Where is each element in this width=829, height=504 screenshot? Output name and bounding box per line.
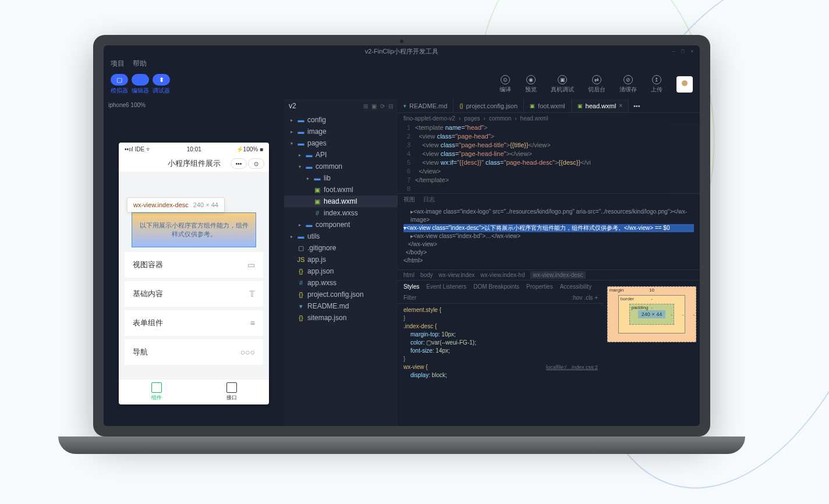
collapse-icon[interactable]: ⊟ [388, 103, 393, 109]
file-tree-item[interactable]: #index.wxss [284, 207, 398, 219]
toolbar-调试器-button[interactable]: ⬍ [153, 74, 170, 86]
file-tree-item[interactable]: ▸▬image [284, 126, 398, 137]
file-tree-item[interactable]: ▸▬utils [284, 230, 398, 242]
file-tree-item[interactable]: ▸▬lib [284, 172, 398, 184]
toolbar-上传-button[interactable]: ↥上传 [651, 75, 663, 94]
file-tree-item[interactable]: {}sitemap.json [284, 312, 398, 324]
file-tree-item[interactable]: {}project.config.json [284, 289, 398, 300]
file-tree-item[interactable]: ▾▬common [284, 161, 398, 172]
laptop-frame: v2-FinClip小程序开发工具 − □ × 项目 帮助 ▢模拟器编辑器⬍调试… [93, 35, 710, 454]
simulator-device-label: iphone6 100% [104, 99, 284, 111]
phone-tab[interactable]: 组件 [119, 379, 194, 404]
toolbar-预览-button[interactable]: ◉预览 [525, 75, 537, 94]
maximize-button[interactable]: □ [680, 48, 686, 54]
menu-help[interactable]: 帮助 [133, 59, 147, 69]
styles-tab[interactable]: Styles [403, 283, 419, 290]
simulator-panel: iphone6 100% ••ııl IDE ᯤ 10:01 ⚡100% ■ 小… [104, 99, 284, 426]
styles-tab[interactable]: Properties [526, 283, 553, 290]
phone-list-item[interactable]: 导航○○○ [125, 339, 263, 365]
editor-tab[interactable]: {}project.config.json [454, 99, 524, 112]
editor-tab[interactable]: ▣foot.wxml [524, 99, 571, 112]
new-folder-icon[interactable]: ▣ [371, 103, 377, 109]
minimize-button[interactable]: − [671, 48, 676, 54]
toolbar: ▢模拟器编辑器⬍调试器 ⊙编译◉预览▣真机调试⇄切后台⊘清缓存↥上传 [104, 70, 700, 99]
styles-tab[interactable]: Accessibility [560, 283, 591, 290]
inspect-tooltip: wx-view.index-desc 240 × 44 [127, 197, 225, 212]
phone-tab[interactable]: 接口 [194, 379, 269, 404]
file-tree-item[interactable]: JSapp.js [284, 254, 398, 265]
file-tree-item[interactable]: ▢.gitignore [284, 242, 398, 254]
editor-tab[interactable]: ▣head.wxml× [572, 99, 629, 112]
toolbar-模拟器-button[interactable]: ▢ [111, 74, 128, 86]
new-file-icon[interactable]: ⊞ [363, 103, 368, 109]
toolbar-编译-button[interactable]: ⊙编译 [499, 75, 511, 94]
devtools-panel: 视图 日志 ▸<wx-image class="index-logo" src=… [398, 193, 700, 426]
phone-nav-title: 小程序组件展示 [168, 158, 221, 169]
phone-status-bar: ••ııl IDE ᯤ 10:01 ⚡100% ■ [119, 143, 269, 155]
file-tree-item[interactable]: ▸▬config [284, 114, 398, 126]
box-model-diagram: margin 10 border - padding - 240 × 4 [604, 281, 700, 426]
file-tree-item[interactable]: ▾README.md [284, 300, 398, 312]
minimap[interactable] [671, 123, 700, 193]
toolbar-编辑器-button[interactable] [132, 74, 149, 86]
styles-filter-controls[interactable]: :hov .cls + [572, 294, 598, 301]
file-explorer: v2 ⊞ ▣ ⟳ ⊟ ▸▬config▸▬image▾▬pages▸▬API▾▬… [284, 99, 398, 426]
inspected-element[interactable]: 以下用展示小程序官方组件能力，组件样式仅供参考。 [132, 212, 256, 247]
phone-simulator: ••ııl IDE ᯤ 10:01 ⚡100% ■ 小程序组件展示 ••• ⊙ [119, 143, 269, 404]
code-editor[interactable]: 12345678 <template name="head"> <view cl… [398, 123, 700, 193]
project-root-label: v2 [289, 102, 296, 110]
menu-project[interactable]: 项目 [111, 59, 125, 69]
file-tree-item[interactable]: ▸▬component [284, 219, 398, 230]
window-titlebar: v2-FinClip小程序开发工具 − □ × [104, 45, 700, 57]
ide-window: v2-FinClip小程序开发工具 − □ × 项目 帮助 ▢模拟器编辑器⬍调试… [104, 45, 700, 426]
inspect-selector: wx-view.index-desc [133, 201, 189, 208]
user-avatar[interactable] [676, 76, 693, 93]
breadcrumb: fino-applet-demo-v2›pages›common›head.wx… [398, 113, 700, 123]
status-signal: ••ııl IDE ᯤ [125, 146, 152, 152]
window-title: v2-FinClip小程序开发工具 [365, 47, 439, 56]
styles-tab[interactable]: DOM Breakpoints [473, 283, 519, 290]
phone-list-item[interactable]: 视图容器▭ [125, 252, 263, 278]
close-button[interactable]: × [689, 48, 695, 54]
toolbar-清缓存-button[interactable]: ⊘清缓存 [619, 75, 637, 94]
status-time: 10:01 [187, 146, 201, 152]
phone-list-item[interactable]: 表单组件≡ [125, 310, 263, 336]
phone-close-button[interactable]: ⊙ [248, 158, 264, 169]
file-tree-item[interactable]: ▣foot.wxml [284, 184, 398, 196]
tab-close-icon[interactable]: × [619, 102, 622, 109]
tabs-more-button[interactable]: ••• [629, 102, 645, 109]
phone-menu-button[interactable]: ••• [231, 158, 247, 169]
phone-nav-bar: 小程序组件展示 ••• ⊙ [119, 155, 269, 172]
toolbar-真机调试-button[interactable]: ▣真机调试 [551, 75, 574, 94]
file-tree-item[interactable]: ▸▬API [284, 149, 398, 161]
devtools-tab-view[interactable]: 视图 [403, 196, 415, 204]
file-tree-item[interactable]: {}app.json [284, 265, 398, 277]
inspect-dimensions: 240 × 44 [193, 201, 218, 208]
styles-tab[interactable]: Event Listeners [426, 283, 466, 290]
styles-filter-input[interactable]: Filter [403, 294, 416, 301]
code-editor-panel: ▾README.md{}project.config.json▣foot.wxm… [398, 99, 700, 426]
toolbar-切后台-button[interactable]: ⇄切后台 [588, 75, 605, 94]
laptop-camera [400, 40, 403, 43]
status-battery: ⚡100% ■ [236, 146, 263, 152]
styles-rules[interactable]: element.style {}.index-desc {</span></di… [398, 304, 604, 426]
file-tree-item[interactable]: ▣head.wxml [284, 196, 398, 207]
editor-tab[interactable]: ▾README.md [398, 99, 454, 112]
devtools-tab-log[interactable]: 日志 [423, 196, 435, 204]
dom-tree[interactable]: ▸<wx-image class="index-logo" src="../re… [398, 205, 700, 269]
file-tree-item[interactable]: #app.wxss [284, 277, 398, 289]
dom-breadcrumb[interactable]: htmlbodywx-view.indexwx-view.index-hdwx-… [398, 269, 700, 280]
file-tree-item[interactable]: ▾▬pages [284, 137, 398, 149]
menubar: 项目 帮助 [104, 57, 700, 70]
refresh-icon[interactable]: ⟳ [380, 103, 385, 109]
phone-list-item[interactable]: 基础内容𝕋 [125, 281, 263, 307]
